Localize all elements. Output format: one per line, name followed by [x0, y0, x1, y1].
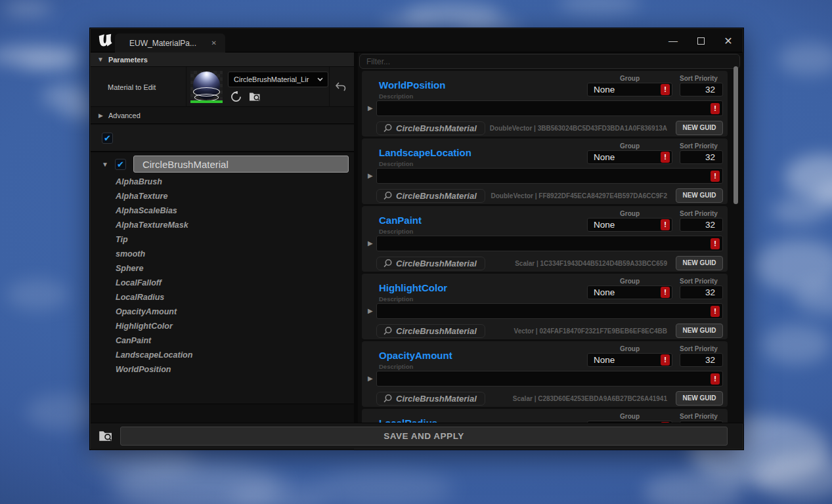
sort-priority-label: Sort Priority: [674, 413, 723, 420]
parameter-card-worldposition: ▶ WorldPosition Description Group None !…: [362, 71, 728, 136]
parameter-item-alphatexturemask[interactable]: AlphaTextureMask: [91, 218, 354, 232]
warning-icon: !: [711, 306, 720, 317]
parameter-cards-list: ▶ WorldPosition Description Group None !…: [362, 71, 728, 424]
use-selected-asset-icon[interactable]: [230, 91, 242, 102]
new-guid-button[interactable]: NEW GUID: [676, 256, 723, 270]
warning-icon: !: [661, 287, 670, 298]
card-expand-arrow-icon[interactable]: ▶: [368, 307, 373, 314]
asset-action-icons: [230, 91, 261, 102]
maximize-button[interactable]: [694, 34, 707, 47]
material-asset-dropdown[interactable]: CircleBrushMaterial_Lir: [228, 72, 328, 87]
parameter-name[interactable]: OpacityAmount: [379, 350, 452, 361]
window-body: ▼ Parameters Material to Edit CircleBrus…: [91, 52, 743, 449]
parameter-name[interactable]: LandscapeLocation: [379, 147, 471, 158]
browse-icon[interactable]: [99, 429, 114, 443]
parameter-name[interactable]: HighlightColor: [379, 282, 447, 293]
material-chip-label: CircleBrushMaterial: [396, 326, 477, 336]
parameter-item-highlightcolor[interactable]: HighlightColor: [91, 319, 354, 333]
parameter-item-sphere[interactable]: Sphere: [91, 261, 354, 276]
material-to-edit-label-cell: Material to Edit: [91, 67, 186, 107]
material-asset-chip[interactable]: CircleBrushMaterial: [376, 189, 485, 203]
description-input[interactable]: !: [376, 168, 723, 184]
material-chip-label: CircleBrushMaterial: [396, 394, 477, 404]
card-expand-arrow-icon[interactable]: ▶: [368, 375, 373, 382]
parameter-item-localfalloff[interactable]: LocalFalloff: [91, 276, 354, 290]
sort-priority-label: Sort Priority: [674, 142, 723, 150]
new-guid-button[interactable]: NEW GUID: [676, 391, 723, 406]
material-chip-label: CircleBrushMaterial: [396, 191, 477, 201]
parameter-item-alphatexture[interactable]: AlphaTexture: [91, 189, 354, 203]
parameter-name[interactable]: CanPaint: [379, 215, 422, 226]
group-input[interactable]: None !: [587, 150, 672, 164]
group-value: None: [594, 152, 615, 162]
sort-priority-label: Sort Priority: [674, 278, 723, 285]
parameter-name[interactable]: WorldPosition: [379, 79, 445, 91]
parameter-item-alphascalebias[interactable]: AlphaScaleBias: [91, 203, 354, 218]
card-expand-arrow-icon[interactable]: ▶: [368, 240, 373, 247]
group-input[interactable]: None !: [587, 83, 672, 96]
group-label: Group: [587, 210, 672, 217]
material-chip-label: CircleBrushMaterial: [396, 259, 477, 268]
tab-close-icon[interactable]: ✕: [211, 39, 217, 47]
sort-priority-input[interactable]: 32: [680, 285, 723, 299]
enabled-checkbox[interactable]: ✔: [102, 133, 113, 144]
collapse-arrow-icon: ▼: [97, 56, 104, 63]
sort-priority-value: 32: [705, 287, 715, 297]
reset-to-default-icon[interactable]: [335, 81, 347, 92]
tab-title: EUW_MaterialPa...: [129, 39, 196, 48]
sort-priority-input[interactable]: 32: [680, 83, 723, 96]
material-asset-chip[interactable]: CircleBrushMaterial: [376, 121, 485, 135]
title-bar[interactable]: EUW_MaterialPa... ✕ — ✕: [91, 29, 743, 52]
group-label: Group: [587, 75, 672, 82]
group-value: None: [594, 287, 615, 297]
material-checkbox[interactable]: ✔: [115, 159, 126, 170]
sort-priority-input[interactable]: 32: [680, 218, 723, 232]
parameter-item-worldposition[interactable]: WorldPosition: [91, 362, 354, 377]
tab-euw-materialpa[interactable]: EUW_MaterialPa... ✕: [115, 33, 225, 52]
section-collapse-arrow-icon[interactable]: ▼: [102, 161, 108, 168]
advanced-section-header[interactable]: ▶ Advanced: [91, 107, 354, 124]
material-asset-chip[interactable]: CircleBrushMaterial: [376, 392, 485, 406]
group-input[interactable]: None !: [587, 285, 672, 299]
parameters-panel: ▼ Parameters Material to Edit CircleBrus…: [91, 52, 354, 450]
parameter-item-smooth[interactable]: smooth: [91, 247, 354, 261]
material-thumbnail[interactable]: [190, 71, 223, 103]
card-expand-arrow-icon[interactable]: ▶: [368, 172, 373, 179]
warning-icon: !: [711, 103, 720, 114]
group-input[interactable]: None !: [587, 218, 672, 232]
parameter-item-opacityamount[interactable]: OpacityAmount: [91, 304, 354, 319]
new-guid-button[interactable]: NEW GUID: [676, 121, 723, 135]
material-asset-chip[interactable]: CircleBrushMaterial: [376, 257, 485, 270]
parameter-card-landscapelocation: ▶ LandscapeLocation Description Group No…: [362, 138, 728, 204]
new-guid-button[interactable]: NEW GUID: [676, 324, 723, 338]
card-expand-arrow-icon[interactable]: ▶: [368, 104, 373, 112]
parameter-item-landscapelocation[interactable]: LandscapeLocation: [91, 348, 354, 362]
filter-input[interactable]: [366, 57, 708, 66]
minimize-button[interactable]: —: [667, 34, 680, 47]
description-input[interactable]: !: [376, 371, 723, 387]
scrollbar-thumb[interactable]: [733, 66, 738, 204]
magnifier-icon: [383, 191, 393, 201]
parameter-item-tip[interactable]: Tip: [91, 232, 354, 247]
group-input[interactable]: None !: [587, 353, 672, 367]
new-guid-button[interactable]: NEW GUID: [676, 188, 723, 203]
parameter-item-canpaint[interactable]: CanPaint: [91, 333, 354, 348]
description-input[interactable]: !: [376, 303, 723, 319]
scrollbar[interactable]: [733, 66, 738, 424]
description-input[interactable]: !: [376, 100, 723, 116]
close-button[interactable]: ✕: [722, 34, 735, 47]
parameter-item-localradius[interactable]: LocalRadius: [91, 290, 354, 304]
parameters-header-label: Parameters: [108, 56, 148, 64]
browse-to-asset-icon[interactable]: [249, 91, 261, 102]
parameters-header[interactable]: ▼ Parameters: [91, 52, 354, 67]
material-name-field[interactable]: CircleBrushMaterial: [133, 156, 349, 173]
filter-search-box[interactable]: [359, 54, 740, 69]
sort-priority-input[interactable]: 32: [680, 353, 723, 367]
description-input[interactable]: !: [376, 236, 723, 251]
sort-priority-value: 32: [705, 85, 715, 94]
sort-priority-input[interactable]: 32: [680, 150, 723, 164]
save-and-apply-button[interactable]: SAVE AND APPLY: [120, 427, 728, 446]
material-asset-chip[interactable]: CircleBrushMaterial: [376, 324, 485, 338]
parameter-item-alphabrush[interactable]: AlphaBrush: [91, 175, 354, 189]
description-label: Description: [379, 295, 413, 303]
